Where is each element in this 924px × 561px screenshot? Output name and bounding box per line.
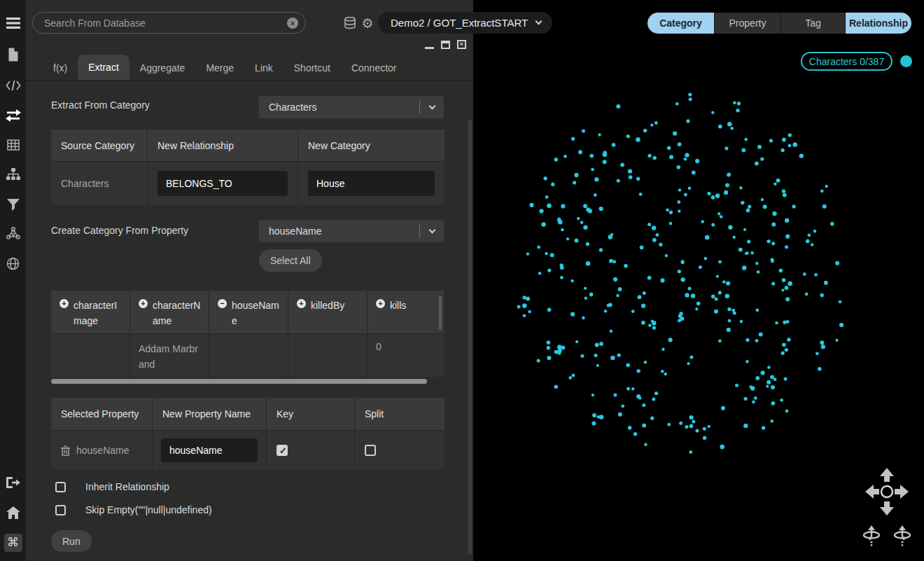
graph-node[interactable]	[813, 230, 817, 233]
graph-node[interactable]	[738, 248, 743, 252]
maximize-icon[interactable]	[441, 41, 450, 49]
graph-node[interactable]	[783, 193, 787, 198]
search-input[interactable]: Search From Database ×	[32, 12, 306, 34]
graph-node[interactable]	[580, 354, 584, 358]
graph-node[interactable]	[651, 320, 654, 323]
graph-node[interactable]	[589, 293, 594, 297]
graph-node[interactable]	[701, 220, 704, 223]
graph-node[interactable]	[784, 377, 788, 380]
graph-node[interactable]	[785, 348, 788, 352]
graph-node[interactable]	[616, 294, 619, 297]
graph-node[interactable]	[582, 130, 585, 133]
graph-node[interactable]	[526, 252, 529, 255]
graph-node[interactable]	[583, 226, 587, 230]
graph-node[interactable]	[575, 340, 578, 343]
graph-node[interactable]	[659, 243, 662, 247]
graph-node[interactable]	[825, 185, 828, 188]
graph-node[interactable]	[618, 413, 622, 417]
graph-node[interactable]	[830, 222, 834, 226]
graph-node[interactable]	[750, 251, 754, 255]
graph-node[interactable]	[695, 429, 699, 433]
tab-connector[interactable]: Connector	[341, 56, 407, 80]
graph-node[interactable]	[648, 324, 652, 327]
graph-node[interactable]	[756, 308, 760, 312]
tab-category[interactable]: Category	[648, 13, 714, 34]
graph-node[interactable]	[652, 238, 657, 242]
graph-node[interactable]	[715, 298, 718, 301]
graph-node[interactable]	[746, 360, 749, 363]
graph-node[interactable]	[747, 240, 750, 243]
graph-node[interactable]	[679, 312, 682, 315]
graph-node[interactable]	[543, 176, 547, 180]
graph-node[interactable]	[718, 291, 722, 294]
graph-node[interactable]	[742, 265, 746, 270]
graph-node[interactable]	[636, 394, 640, 399]
menu-icon[interactable]	[6, 15, 21, 31]
horizontal-scrollbar[interactable]	[51, 379, 427, 384]
graph-node[interactable]	[755, 262, 758, 265]
graph-node[interactable]	[528, 310, 531, 313]
graph-node[interactable]	[594, 177, 598, 181]
graph-node[interactable]	[652, 398, 655, 401]
graph-node[interactable]	[547, 204, 552, 209]
graph-node[interactable]	[689, 450, 692, 454]
graph-node[interactable]	[640, 245, 644, 249]
graph-node[interactable]	[604, 310, 607, 312]
graph-node[interactable]	[718, 212, 720, 215]
tab-extract[interactable]: Extract	[78, 55, 130, 80]
graph-node[interactable]	[692, 420, 695, 424]
graph-node[interactable]	[584, 287, 587, 290]
graph-node[interactable]	[523, 314, 526, 318]
tab-link[interactable]: Link	[244, 56, 284, 80]
graph-node[interactable]	[771, 401, 776, 406]
graph-node[interactable]	[636, 369, 640, 373]
trash-icon[interactable]	[61, 445, 70, 456]
graph-node[interactable]	[538, 272, 541, 275]
graph-node[interactable]	[612, 260, 616, 263]
graph-node[interactable]	[770, 375, 774, 380]
graph-node[interactable]	[762, 426, 765, 429]
graph-node[interactable]	[688, 92, 692, 96]
graph-node[interactable]	[757, 270, 760, 274]
graph-node[interactable]	[551, 183, 554, 186]
graph-node[interactable]	[613, 277, 617, 282]
graph-node[interactable]	[648, 276, 652, 280]
graph-node[interactable]	[774, 378, 777, 381]
graph-node[interactable]	[728, 225, 732, 229]
graph-node[interactable]	[613, 394, 617, 397]
graph-node[interactable]	[628, 169, 632, 173]
graph-node[interactable]	[820, 340, 824, 345]
graph-node[interactable]	[766, 380, 771, 385]
graph-node[interactable]	[550, 253, 554, 257]
graph-node[interactable]	[561, 228, 564, 232]
graph-node[interactable]	[664, 373, 667, 375]
graph-node[interactable]	[638, 295, 642, 299]
graph-node[interactable]	[583, 204, 587, 208]
graph-node[interactable]	[667, 423, 671, 427]
graph-node[interactable]	[811, 243, 813, 246]
graph-node[interactable]	[628, 426, 632, 430]
graph-node[interactable]	[767, 366, 770, 368]
graph-node[interactable]	[578, 150, 582, 154]
graph-node[interactable]	[685, 425, 688, 429]
graph-node[interactable]	[684, 193, 687, 197]
graph-node[interactable]	[839, 323, 844, 327]
graph-node[interactable]	[711, 111, 714, 114]
graph-node[interactable]	[517, 305, 521, 309]
graph-node[interactable]	[609, 259, 613, 263]
graph-node[interactable]	[711, 195, 715, 200]
graph-node[interactable]	[595, 343, 599, 347]
graph-node[interactable]	[621, 404, 624, 408]
graph-node[interactable]	[676, 102, 679, 106]
graph-node[interactable]	[577, 217, 580, 220]
graph-node[interactable]	[678, 188, 681, 191]
minimize-icon[interactable]	[425, 47, 434, 49]
graph-node[interactable]	[727, 328, 731, 332]
graph-node[interactable]	[594, 354, 597, 357]
graph-node[interactable]	[718, 125, 722, 129]
filter-icon[interactable]	[6, 197, 21, 212]
graph-node[interactable]	[660, 278, 664, 282]
rotate-right-icon[interactable]	[892, 525, 912, 546]
database-icon[interactable]	[343, 16, 357, 30]
graph-node[interactable]	[662, 348, 664, 351]
